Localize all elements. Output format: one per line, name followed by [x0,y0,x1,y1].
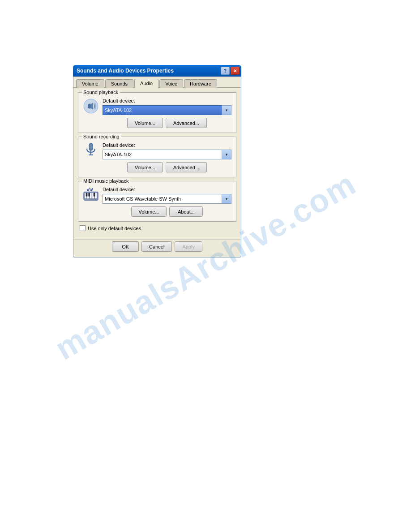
recording-volume-button[interactable]: Volume... [127,162,163,172]
tab-hardware[interactable]: Hardware [184,79,217,88]
svg-line-16 [89,188,90,189]
tab-sounds[interactable]: Sounds [105,79,133,88]
default-devices-label: Use only default devices [88,226,141,231]
playback-buttons: Volume... Advanced... [103,118,231,128]
midi-dropdown-row: Microsoft GS Wavetable SW Synth ▼ [103,194,231,204]
microphone-icon [83,142,99,159]
help-button[interactable]: ? [221,67,230,75]
tab-volume[interactable]: Volume [76,79,104,88]
playback-dropdown-row: SkyATA-102 ▼ [103,105,231,115]
midi-default-label: Default device: [103,187,231,192]
dialog-body: Volume Sounds Audio Voice Hardware Sound… [73,77,241,257]
sound-recording-section: Sound recording [78,137,236,177]
bottom-buttons: OK Cancel Apply [73,239,241,253]
sound-playback-inner: Default device: SkyATA-102 ▼ Volume... A… [83,98,231,128]
midi-dropdown-container: Microsoft GS Wavetable SW Synth ▼ [103,194,231,204]
midi-about-button[interactable]: About... [169,206,203,217]
svg-rect-12 [88,193,90,197]
svg-rect-13 [94,193,95,197]
recording-dropdown-container: SkyATA-102 ▼ [103,150,231,159]
apply-button[interactable]: Apply [175,241,202,252]
playback-dropdown-arrow[interactable]: ▼ [222,105,231,115]
dialog-window: Sounds and Audio Devices Properties ? ✕ … [73,65,241,257]
playback-advanced-button[interactable]: Advanced... [166,118,207,128]
tab-audio[interactable]: Audio [134,79,158,88]
close-button[interactable]: ✕ [231,67,240,75]
sound-playback-section: Sound playback [78,92,236,133]
midi-playback-label: MIDI music playback [82,178,130,184]
recording-dropdown[interactable]: SkyATA-102 [103,150,231,159]
recording-advanced-button[interactable]: Advanced... [166,162,207,172]
default-devices-checkbox[interactable] [80,225,86,231]
ok-button[interactable]: OK [112,241,139,252]
sound-recording-inner: Default device: SkyATA-102 ▼ Volume... A… [83,142,231,172]
title-bar: Sounds and Audio Devices Properties ? ✕ [73,65,241,77]
cancel-button[interactable]: Cancel [141,241,172,252]
playback-default-label: Default device: [103,98,231,103]
recording-dropdown-arrow[interactable]: ▼ [222,150,231,159]
midi-playback-section: MIDI music playback [78,181,236,222]
svg-rect-1 [89,143,93,150]
tab-voice[interactable]: Voice [159,79,183,88]
sound-playback-label: Sound playback [82,90,120,95]
sound-playback-controls: Default device: SkyATA-102 ▼ Volume... A… [103,98,231,128]
midi-buttons: Volume... About... [103,206,231,217]
title-bar-buttons: ? ✕ [221,67,240,75]
sound-recording-controls: Default device: SkyATA-102 ▼ Volume... A… [103,142,231,172]
sound-recording-label: Sound recording [82,134,121,139]
recording-dropdown-row: SkyATA-102 ▼ [103,150,231,159]
playback-dropdown-container: SkyATA-102 ▼ [103,105,231,115]
midi-volume-button[interactable]: Volume... [131,206,167,217]
recording-default-label: Default device: [103,142,231,148]
playback-volume-button[interactable]: Volume... [127,118,163,128]
checkbox-row: Use only default devices [78,225,236,231]
midi-dropdown[interactable]: Microsoft GS Wavetable SW Synth [103,194,231,204]
recording-buttons: Volume... Advanced... [103,162,231,172]
content-area: Sound playback [73,88,241,237]
midi-dropdown-arrow[interactable]: ▼ [222,194,231,204]
playback-dropdown[interactable]: SkyATA-102 [103,105,231,115]
svg-rect-11 [86,193,88,197]
dialog-title: Sounds and Audio Devices Properties [77,68,221,74]
tabs-row: Volume Sounds Audio Voice Hardware [73,77,241,88]
midi-playback-inner: Default device: Microsoft GS Wavetable S… [83,187,231,217]
midi-icon [83,187,99,203]
midi-playback-controls: Default device: Microsoft GS Wavetable S… [103,187,231,217]
speaker-icon [83,98,99,114]
